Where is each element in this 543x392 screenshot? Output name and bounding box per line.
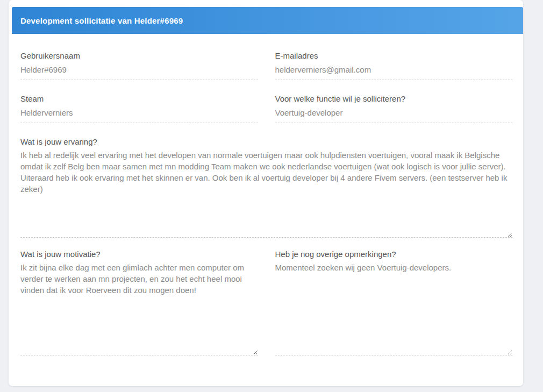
field-remarks: Heb je nog overige opmerkingen? Momentee… (275, 250, 513, 355)
form-row: Steam Voor welke functie wil je sollicit… (20, 94, 512, 137)
card-header: Development sollicitatie van Helder#6969 (12, 7, 523, 34)
field-experience: Wat is jouw ervaring? Ik heb al redelijk… (20, 137, 512, 238)
remarks-textarea[interactable]: Momenteel zoeken wij geen Voertuig-devel… (275, 262, 513, 355)
steam-input[interactable] (20, 108, 258, 123)
username-label: Gebruikersnaam (20, 51, 258, 60)
card-body: Gebruikersnaam E-mailadres Steam Voor we… (9, 34, 523, 355)
field-username: Gebruikersnaam (20, 51, 258, 80)
card-title: Development sollicitatie van Helder#6969 (20, 16, 183, 25)
field-email: E-mailadres (275, 51, 513, 80)
function-label: Voor welke functie wil je solliciteren? (275, 94, 513, 103)
email-label: E-mailadres (275, 51, 513, 60)
form-row: Gebruikersnaam E-mailadres (20, 51, 512, 94)
function-input[interactable] (275, 108, 513, 123)
motivation-textarea[interactable]: Ik zit bijna elke dag met een glimlach a… (20, 262, 258, 355)
steam-label: Steam (20, 94, 258, 103)
form-row: Wat is jouw motivatie? Ik zit bijna elke… (20, 250, 512, 355)
experience-label: Wat is jouw ervaring? (20, 137, 512, 146)
email-input[interactable] (275, 65, 513, 80)
application-card: Development sollicitatie van Helder#6969… (9, 0, 523, 386)
field-steam: Steam (20, 94, 258, 123)
experience-textarea[interactable]: Ik heb al redelijk veel ervaring met het… (20, 149, 512, 238)
field-function: Voor welke functie wil je solliciteren? (275, 94, 513, 123)
field-motivation: Wat is jouw motivatie? Ik zit bijna elke… (20, 250, 258, 355)
motivation-label: Wat is jouw motivatie? (20, 250, 258, 259)
remarks-label: Heb je nog overige opmerkingen? (275, 250, 513, 259)
username-input[interactable] (20, 65, 258, 80)
